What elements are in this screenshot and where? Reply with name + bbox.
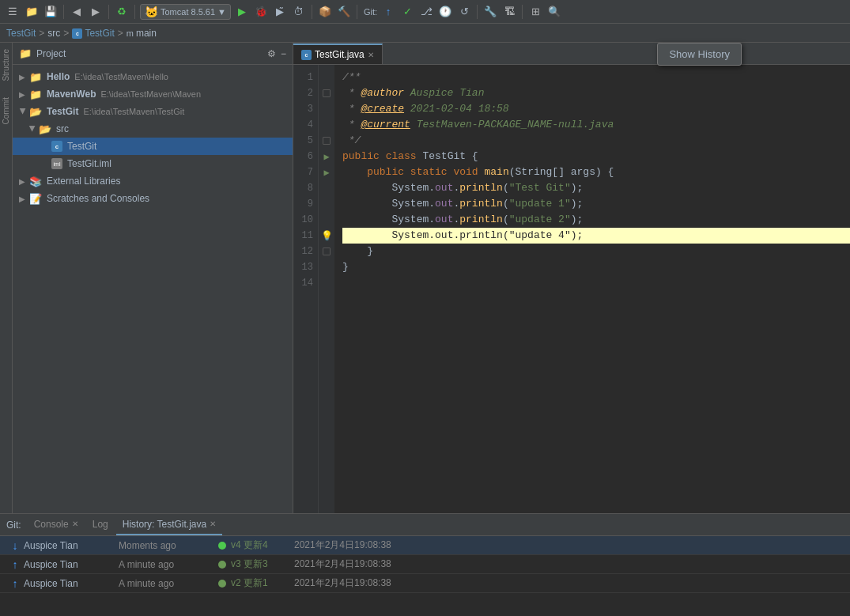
deploy-icon[interactable]: 📦: [317, 4, 333, 20]
tree-arrow-hello: ▶: [19, 73, 27, 81]
git-log-icon[interactable]: 🕐: [437, 4, 453, 20]
code-line-6: public class TestGit {: [342, 149, 850, 164]
tree-item-mavenweb[interactable]: ▶ 📁 MavenWeb E:\idea\TestMaven\Maven: [13, 85, 293, 103]
folder-icon-src: 📂: [39, 123, 51, 135]
tree-item-testgit-java[interactable]: c TestGit: [13, 138, 293, 155]
project-collapse-icon[interactable]: −: [281, 48, 286, 59]
folder-icon-testgit: 📂: [29, 106, 42, 118]
show-history-popup[interactable]: Show History: [657, 43, 742, 66]
gutter-11: 💡: [319, 228, 334, 244]
project-structure-icon[interactable]: 🏗: [501, 4, 517, 20]
history-version-3: v2 更新1: [231, 576, 294, 590]
window-icon[interactable]: ⊞: [527, 4, 543, 20]
toolbar: ☰ 📁 💾 ◀ ▶ ♻ 🐱 Tomcat 8.5.61 ▼ ▶ 🐞 ▶̃ ⏱ 📦…: [0, 0, 850, 24]
tree-item-ext-libs[interactable]: ▶ 📚 External Libraries: [13, 172, 293, 190]
tree-item-testgit[interactable]: ▶ 📂 TestGit E:\idea\TestMaven\TestGit: [13, 103, 293, 120]
project-settings-icon[interactable]: ⚙: [267, 48, 276, 59]
bottom-tab-log[interactable]: Log: [86, 515, 115, 535]
code-line-11: System.out.println("update 4");: [342, 228, 850, 244]
history-date-3: 2021年2月4日19:08:38: [294, 576, 391, 590]
sidebar-tab-commit[interactable]: Commit: [2, 97, 10, 124]
code-line-9: System.out.println("update 1");: [342, 196, 850, 212]
history-row-2[interactable]: ↑ Auspice Tian A minute ago v3 更新3 2021年…: [0, 555, 850, 574]
run-arrow-6[interactable]: ▶: [323, 151, 329, 163]
git-label: Git:: [364, 7, 377, 17]
lightbulb-11[interactable]: 💡: [321, 230, 333, 242]
tree-label-testgit-java: TestGit: [67, 141, 96, 152]
code-content[interactable]: /** * @author Auspice Tian * @create 202…: [334, 65, 850, 513]
code-gutter: ▶ ▶ 💡: [319, 65, 334, 513]
dot-3: [218, 580, 226, 588]
sep1: [63, 5, 64, 19]
breadcrumb-class: c TestGit: [72, 27, 114, 40]
build-icon[interactable]: 🔨: [336, 4, 352, 20]
fold-marker-5[interactable]: [323, 137, 331, 145]
history-author-3: Auspice Tian: [24, 578, 119, 589]
breadcrumb-method[interactable]: main: [136, 28, 157, 39]
fold-marker-12[interactable]: [323, 248, 331, 255]
history-row-1[interactable]: ↓ Auspice Tian Moments ago v4 更新4 2021年2…: [0, 536, 850, 555]
run-icon[interactable]: ▶: [234, 4, 250, 20]
push-icon-3: ↑: [13, 577, 18, 590]
git-push-icon[interactable]: ↑: [380, 4, 396, 20]
bottom-tabs: Git: Console ✕ Log History: TestGit.java…: [0, 514, 850, 536]
tree-item-scratches[interactable]: ▶ 📝 Scratches and Consoles: [13, 190, 293, 207]
code-line-4: * @current TestMaven-PACKAGE_NAME-null.j…: [342, 117, 850, 133]
gutter-14: [319, 275, 334, 291]
bottom-tab-console[interactable]: Console ✕: [28, 515, 85, 535]
git-revert-icon[interactable]: ↺: [456, 4, 472, 20]
breadcrumb-class-name[interactable]: TestGit: [85, 28, 114, 39]
scratch-icon: 📝: [29, 193, 42, 205]
method-icon: m: [127, 28, 134, 38]
history-date-1: 2021年2月4日19:08:38: [294, 539, 391, 552]
breadcrumb-project[interactable]: TestGit: [6, 28, 36, 39]
tree-label-hello: Hello: [47, 71, 70, 82]
folder-icon[interactable]: 📁: [24, 4, 40, 20]
version-dot-1: [213, 542, 231, 550]
bottom-tab-history-close[interactable]: ✕: [210, 520, 216, 528]
code-line-10: System.out.println("update 2");: [342, 212, 850, 228]
run-arrow-7[interactable]: ▶: [323, 167, 329, 179]
tree-item-src[interactable]: ▶ 📂 src: [13, 120, 293, 138]
breadcrumb-sep2: >: [63, 28, 69, 39]
tree-arrow-testgit: ▶: [19, 108, 28, 115]
git-check-icon[interactable]: ✓: [399, 4, 415, 20]
tree-path-testgit: E:\idea\TestMaven\TestGit: [83, 107, 184, 116]
editor-tabs: c TestGit.java ✕: [293, 43, 850, 65]
coverage-icon[interactable]: ▶̃: [272, 4, 288, 20]
git-merge-icon[interactable]: ⎇: [418, 4, 434, 20]
iml-file-icon: iml: [51, 158, 62, 169]
tomcat-selector[interactable]: 🐱 Tomcat 8.5.61 ▼: [140, 4, 231, 20]
sidebar-tab-structure[interactable]: Structure: [2, 49, 10, 81]
tree-arrow-src: ▶: [28, 125, 37, 133]
back-icon[interactable]: ◀: [69, 4, 85, 20]
sep6: [477, 5, 478, 19]
tab-close-testgit[interactable]: ✕: [368, 51, 374, 59]
tree-item-testgit-iml[interactable]: iml TestGit.iml: [13, 155, 293, 172]
code-editor[interactable]: 1 2 3 4 5 6 7 8 9 10 11 12 13 14: [293, 65, 850, 513]
breadcrumb-src[interactable]: src: [47, 28, 60, 39]
history-row-3[interactable]: ↑ Auspice Tian A minute ago v2 更新1 2021年…: [0, 574, 850, 593]
code-line-13: }: [342, 259, 850, 275]
forward-icon[interactable]: ▶: [88, 4, 104, 20]
fold-marker-2[interactable]: [323, 89, 331, 97]
git-icon[interactable]: ♻: [114, 4, 130, 20]
bottom-tab-history[interactable]: History: TestGit.java ✕: [116, 515, 222, 535]
left-sidebar-tabs: Structure Commit: [0, 43, 13, 513]
tree-item-hello[interactable]: ▶ 📁 Hello E:\idea\TestMaven\Hello: [13, 68, 293, 85]
version-dot-3: [213, 580, 231, 588]
tab-label-testgit: TestGit.java: [315, 49, 365, 60]
settings-icon[interactable]: 🔧: [482, 4, 498, 20]
profile-icon[interactable]: ⏱: [291, 4, 307, 20]
bottom-tab-console-close[interactable]: ✕: [72, 520, 78, 528]
save-icon[interactable]: 💾: [43, 4, 59, 20]
gutter-1: [319, 70, 334, 85]
menu-icon[interactable]: ☰: [5, 4, 21, 20]
editor-tab-testgit[interactable]: c TestGit.java ✕: [293, 43, 383, 64]
search-icon[interactable]: 🔍: [546, 4, 562, 20]
debug-icon[interactable]: 🐞: [253, 4, 269, 20]
gutter-8: [319, 180, 334, 196]
gutter-13: [319, 259, 334, 275]
class-icon: c: [72, 28, 82, 39]
tree-label-testgit: TestGit: [47, 106, 78, 117]
